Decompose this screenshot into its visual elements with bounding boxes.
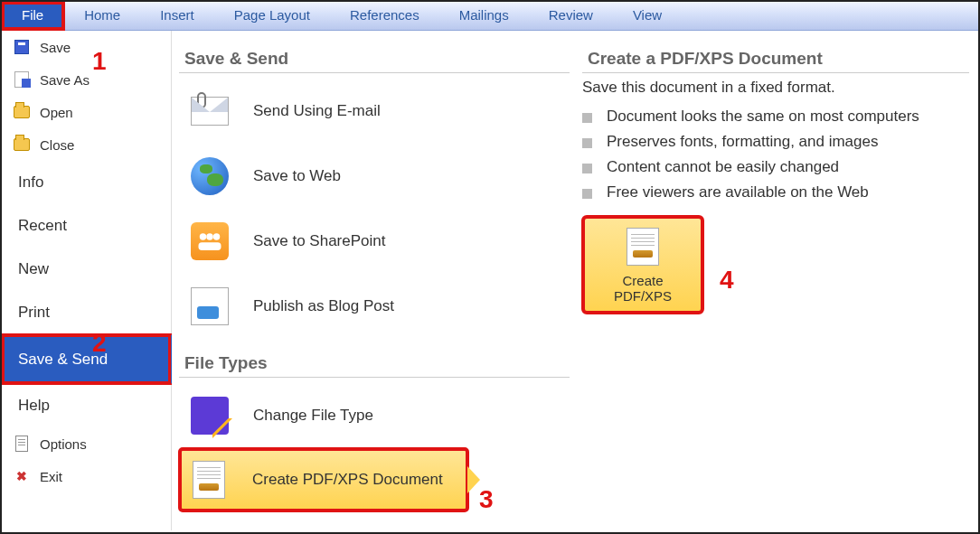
- sidebar-item-options[interactable]: Options: [2, 427, 171, 460]
- option-save-web[interactable]: Save to Web: [179, 144, 570, 209]
- sidebar-item-label: New: [18, 260, 49, 278]
- bullet-text: Document looks the same on most computer…: [607, 108, 919, 126]
- option-send-email[interactable]: Send Using E-mail: [179, 79, 570, 144]
- sidebar-item-label: Info: [18, 173, 43, 192]
- sidebar-item-label: Print: [18, 304, 50, 322]
- sidebar-item-label: Help: [18, 397, 50, 415]
- sidebar-item-exit[interactable]: ✖ Exit: [2, 460, 171, 492]
- tab-file[interactable]: File: [2, 2, 64, 30]
- option-save-sharepoint[interactable]: Save to SharePoint: [179, 209, 570, 274]
- sidebar-item-save-send[interactable]: Save & Send: [2, 334, 171, 384]
- pdf-doc-icon: [627, 228, 659, 266]
- tab-view[interactable]: View: [613, 2, 682, 30]
- backstage-sidebar: Save Save As Open Close Info Recent New …: [2, 31, 172, 530]
- svg-rect-3: [199, 242, 221, 250]
- tab-home[interactable]: Home: [64, 2, 140, 30]
- bullet-text: Preserves fonts, formatting, and images: [607, 133, 878, 151]
- svg-point-1: [206, 233, 213, 240]
- sidebar-item-print[interactable]: Print: [2, 291, 171, 334]
- folder-close-icon: [13, 136, 31, 154]
- create-pdf-xps-button[interactable]: Create PDF/XPS: [582, 216, 703, 314]
- tab-references[interactable]: References: [330, 2, 439, 30]
- bullet-icon: [582, 164, 592, 173]
- sidebar-item-label: Recent: [18, 217, 67, 235]
- sidebar-item-label: Save & Send: [18, 351, 108, 369]
- bullet-text: Free viewers are available on the Web: [607, 183, 869, 201]
- option-publish-blog[interactable]: Publish as Blog Post: [179, 274, 570, 339]
- save-icon: [13, 38, 31, 56]
- option-label: Change File Type: [253, 407, 373, 425]
- sharepoint-icon: [188, 220, 231, 263]
- sidebar-item-help[interactable]: Help: [2, 384, 171, 427]
- section-file-types: File Types: [179, 348, 570, 378]
- sidebar-item-label: Save: [40, 40, 71, 55]
- ribbon-tabs: File Home Insert Page Layout References …: [2, 2, 978, 31]
- save-as-icon: [13, 70, 31, 89]
- detail-title: Create a PDF/XPS Document: [582, 43, 969, 73]
- bullet-icon: [582, 189, 592, 199]
- detail-lead: Save this document in a fixed format.: [582, 79, 969, 97]
- button-label-line1: Create: [589, 273, 697, 288]
- save-send-panel: Save & Send Send Using E-mail Save to We…: [172, 31, 577, 530]
- tab-page-layout[interactable]: Page Layout: [214, 2, 330, 30]
- sidebar-item-save-as[interactable]: Save As: [2, 63, 171, 96]
- option-label: Save to Web: [253, 167, 341, 185]
- annotation-3: 3: [479, 485, 494, 514]
- blog-icon: [188, 285, 231, 328]
- sidebar-item-label: Options: [40, 436, 87, 452]
- option-change-file-type[interactable]: Change File Type: [179, 383, 570, 448]
- envelope-icon: [188, 89, 231, 133]
- section-save-send: Save & Send: [179, 43, 570, 73]
- sidebar-item-close[interactable]: Close: [2, 128, 171, 161]
- option-label: Publish as Blog Post: [253, 297, 394, 315]
- bullet-icon: [582, 113, 592, 123]
- sidebar-item-label: Open: [40, 105, 73, 120]
- option-label: Save to SharePoint: [253, 232, 385, 250]
- tab-mailings[interactable]: Mailings: [439, 2, 529, 30]
- sidebar-item-recent[interactable]: Recent: [2, 204, 171, 248]
- options-icon: [13, 435, 31, 453]
- exit-icon: ✖: [13, 467, 31, 485]
- sidebar-item-open[interactable]: Open: [2, 96, 171, 128]
- sidebar-item-info[interactable]: Info: [2, 161, 171, 204]
- sidebar-item-label: Exit: [40, 469, 62, 484]
- bullet-text: Content cannot be easily changed: [607, 158, 839, 176]
- bullet-icon: [582, 138, 592, 148]
- detail-panel: Create a PDF/XPS Document Save this docu…: [577, 31, 978, 530]
- annotation-4: 4: [720, 266, 734, 295]
- sidebar-item-new[interactable]: New: [2, 248, 171, 291]
- sidebar-item-label: Save As: [40, 72, 90, 88]
- tab-review[interactable]: Review: [529, 2, 613, 30]
- svg-point-2: [213, 233, 221, 240]
- change-file-type-icon: [188, 394, 231, 437]
- pdf-doc-icon: [187, 458, 231, 501]
- tab-insert[interactable]: Insert: [140, 2, 214, 30]
- button-label-line2: PDF/XPS: [589, 288, 697, 304]
- option-create-pdf-xps[interactable]: Create PDF/XPS Document: [179, 448, 468, 511]
- folder-open-icon: [13, 103, 31, 121]
- option-label: Create PDF/XPS Document: [252, 471, 443, 489]
- globe-icon: [188, 155, 231, 198]
- sidebar-item-save[interactable]: Save: [2, 31, 171, 63]
- detail-bullets: Document looks the same on most computer…: [582, 104, 969, 205]
- sidebar-item-label: Close: [40, 137, 74, 153]
- svg-point-0: [200, 233, 207, 240]
- option-label: Send Using E-mail: [253, 102, 381, 120]
